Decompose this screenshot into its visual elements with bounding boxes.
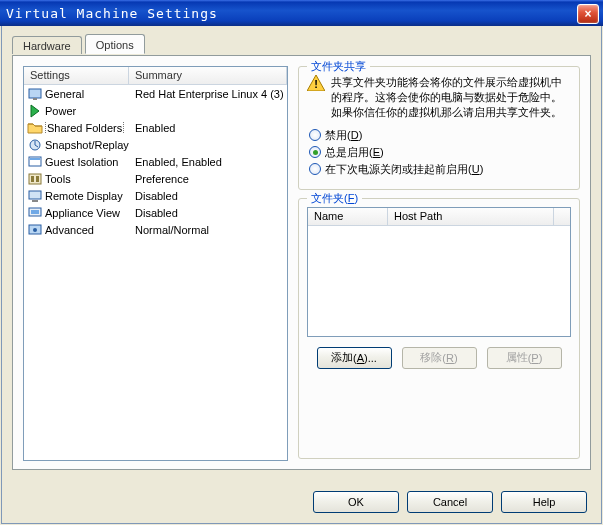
settings-row-label: Guest Isolation <box>45 156 131 168</box>
radio-always-enabled[interactable]: 总是启用(E) <box>309 145 571 160</box>
tab-hardware[interactable]: Hardware <box>12 36 82 54</box>
folders-list-header: Name Host Path <box>308 208 570 226</box>
svg-rect-1 <box>33 98 37 100</box>
settings-row-summary: Enabled <box>131 122 287 134</box>
settings-listview[interactable]: Settings Summary GeneralRed Hat Enterpri… <box>23 66 288 461</box>
tools-icon <box>27 171 43 187</box>
group-folders: 文件夹(F) Name Host Path 添加(A)... 移除(R) 属性(… <box>298 198 580 459</box>
options-shared-folders-panel: 文件夹共享 ! 共享文件夹功能将会将你的文件展示给虚拟机中的程序。这将会使你的电… <box>298 66 580 459</box>
remote-display-icon <box>27 188 43 204</box>
svg-point-14 <box>33 228 37 232</box>
svg-marker-2 <box>31 105 39 117</box>
svg-rect-6 <box>29 174 41 184</box>
settings-row-summary: Preference <box>131 173 287 185</box>
settings-row-label: Snapshot/Replay <box>45 139 131 151</box>
general-icon <box>27 86 43 102</box>
svg-rect-7 <box>31 176 34 182</box>
guest-isolation-icon <box>27 154 43 170</box>
tab-page-options: Settings Summary GeneralRed Hat Enterpri… <box>12 55 591 470</box>
tab-strip: Hardware Options <box>12 34 591 55</box>
folders-listview[interactable]: Name Host Path <box>307 207 571 337</box>
settings-row-label: Remote Display <box>45 190 131 202</box>
help-button[interactable]: Help <box>501 491 587 513</box>
dialog-button-row: OK Cancel Help <box>313 491 587 513</box>
settings-row-summary: Disabled <box>131 207 287 219</box>
snapshot-icon <box>27 137 43 153</box>
svg-rect-10 <box>32 200 38 202</box>
col-header-hostpath[interactable]: Host Path <box>388 208 554 225</box>
folder-properties-button[interactable]: 属性(P) <box>487 347 562 369</box>
radio-until-poweroff[interactable]: 在下次电源关闭或挂起前启用(U) <box>309 162 571 177</box>
settings-row-appliance-view[interactable]: Appliance ViewDisabled <box>24 204 287 221</box>
warning-icon: ! <box>307 75 325 120</box>
titlebar: Virtual Machine Settings × <box>0 0 603 26</box>
cancel-button[interactable]: Cancel <box>407 491 493 513</box>
col-header-summary[interactable]: Summary <box>129 67 287 84</box>
advanced-icon <box>27 222 43 238</box>
settings-row-label: Shared Folders <box>45 122 131 134</box>
add-folder-button[interactable]: 添加(A)... <box>317 347 392 369</box>
ok-button[interactable]: OK <box>313 491 399 513</box>
settings-row-advanced[interactable]: AdvancedNormal/Normal <box>24 221 287 238</box>
tab-options[interactable]: Options <box>85 34 145 54</box>
svg-rect-8 <box>36 176 39 182</box>
settings-row-summary: Normal/Normal <box>131 224 287 236</box>
svg-rect-9 <box>29 191 41 199</box>
svg-rect-12 <box>31 210 39 214</box>
radio-icon <box>309 129 321 141</box>
sharing-warning-text: 共享文件夹功能将会将你的文件展示给虚拟机中的程序。这将会使你的电脑与数据处于危险… <box>331 75 571 120</box>
radio-disabled[interactable]: 禁用(D) <box>309 128 571 143</box>
settings-row-tools[interactable]: ToolsPreference <box>24 170 287 187</box>
settings-row-general[interactable]: GeneralRed Hat Enterprise Linux 4 (3) <box>24 85 287 102</box>
group-folder-sharing-title: 文件夹共享 <box>307 59 370 74</box>
remove-folder-button[interactable]: 移除(R) <box>402 347 477 369</box>
settings-row-summary: Disabled <box>131 190 287 202</box>
settings-row-label: General <box>45 88 131 100</box>
svg-text:!: ! <box>314 78 318 90</box>
settings-row-label: Power <box>45 105 131 117</box>
settings-list-header: Settings Summary <box>24 67 287 85</box>
col-header-settings[interactable]: Settings <box>24 67 129 84</box>
settings-row-label: Tools <box>45 173 131 185</box>
group-folder-sharing: 文件夹共享 ! 共享文件夹功能将会将你的文件展示给虚拟机中的程序。这将会使你的电… <box>298 66 580 190</box>
settings-row-summary: Red Hat Enterprise Linux 4 (3) <box>131 88 287 100</box>
close-button[interactable]: × <box>577 4 599 24</box>
radio-icon <box>309 146 321 158</box>
svg-rect-5 <box>30 158 40 160</box>
settings-row-shared-folders[interactable]: Shared FoldersEnabled <box>24 119 287 136</box>
close-icon: × <box>584 7 591 21</box>
folder-icon <box>27 120 43 136</box>
col-header-name[interactable]: Name <box>308 208 388 225</box>
settings-row-summary: Enabled, Enabled <box>131 156 287 168</box>
settings-row-remote-display[interactable]: Remote DisplayDisabled <box>24 187 287 204</box>
power-icon <box>27 103 43 119</box>
radio-icon <box>309 163 321 175</box>
settings-row-guest-isolation[interactable]: Guest IsolationEnabled, Enabled <box>24 153 287 170</box>
settings-row-snapshot-replay[interactable]: Snapshot/Replay <box>24 136 287 153</box>
window-title: Virtual Machine Settings <box>6 6 218 21</box>
settings-row-label: Advanced <box>45 224 131 236</box>
col-header-spacer <box>554 208 570 225</box>
settings-row-power[interactable]: Power <box>24 102 287 119</box>
dialog-client-area: Hardware Options Settings Summary Genera… <box>1 26 602 524</box>
settings-row-label: Appliance View <box>45 207 131 219</box>
group-folders-title: 文件夹(F) <box>307 191 362 206</box>
settings-list-body: GeneralRed Hat Enterprise Linux 4 (3)Pow… <box>24 85 287 238</box>
svg-rect-0 <box>29 89 41 98</box>
appliance-view-icon <box>27 205 43 221</box>
